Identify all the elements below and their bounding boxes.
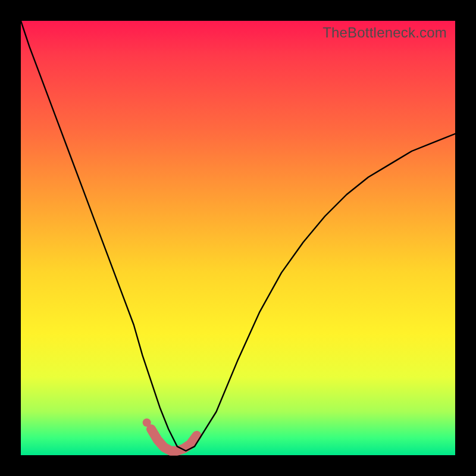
outer-frame: TheBottleneck.com [0, 0, 476, 476]
curve-main [21, 21, 455, 451]
plot-area: TheBottleneck.com [21, 21, 455, 455]
highlight-dot [143, 418, 151, 427]
chart-svg [21, 21, 455, 455]
